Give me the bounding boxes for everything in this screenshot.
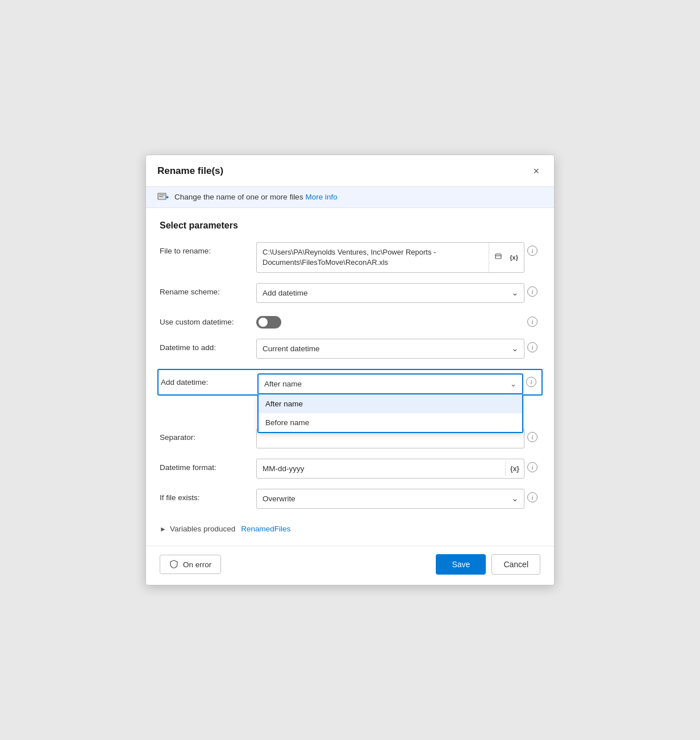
info-icon: i <box>527 317 538 327</box>
info-banner: Change the name of one or more files Mor… <box>146 187 554 208</box>
rename-scheme-select[interactable]: Add datetime <box>256 283 524 303</box>
rename-scheme-label: Rename scheme: <box>160 283 256 296</box>
dialog-title: Rename file(s) <box>157 165 223 177</box>
use-custom-datetime-info[interactable]: i <box>524 313 540 327</box>
datetime-format-row: Datetime format: {x} i <box>160 459 540 479</box>
datetime-format-control: {x} <box>256 459 524 479</box>
datetime-format-var-button[interactable]: {x} <box>505 462 524 476</box>
info-icon: i <box>527 492 538 502</box>
add-datetime-dropdown-list: After name Before name <box>257 394 523 433</box>
rename-icon <box>157 193 169 202</box>
info-icon: i <box>526 377 536 387</box>
more-info-link[interactable]: More info <box>305 193 337 201</box>
file-input-value: C:\Users\PA\Reynolds Ventures, Inc\Power… <box>257 243 489 272</box>
dropdown-item-after-name[interactable]: After name <box>259 394 522 413</box>
close-button[interactable]: × <box>530 164 543 178</box>
file-input-buttons: {x} <box>489 243 524 272</box>
datetime-to-add-info[interactable]: i <box>524 339 540 352</box>
use-custom-datetime-toggle[interactable] <box>256 316 281 329</box>
dropdown-item-before-name[interactable]: Before name <box>259 413 522 432</box>
rename-scheme-info[interactable]: i <box>524 283 540 297</box>
variables-toggle[interactable]: ► Variables produced <box>160 525 235 533</box>
datetime-format-input[interactable] <box>257 459 505 478</box>
rename-files-dialog: Rename file(s) × Change the name of one … <box>145 155 555 585</box>
dialog-body: Select parameters File to rename: C:\Use… <box>146 208 554 541</box>
cancel-button[interactable]: Cancel <box>491 554 540 575</box>
info-icon: i <box>527 246 538 256</box>
datetime-to-add-select[interactable]: Current datetime <box>256 339 524 359</box>
file-to-rename-info[interactable]: i <box>524 242 540 256</box>
on-error-label: On error <box>183 560 211 569</box>
datetime-to-add-select-wrapper: Current datetime <box>256 339 524 359</box>
add-datetime-selected[interactable]: After name ⌄ <box>259 375 522 393</box>
if-file-exists-select[interactable]: Overwrite <box>256 489 524 509</box>
variables-label: Variables produced <box>170 525 235 533</box>
rename-scheme-control: Add datetime <box>256 283 524 303</box>
datetime-format-input-wrapper: {x} <box>256 459 524 479</box>
shield-icon <box>169 560 178 569</box>
file-var-button[interactable]: {x} <box>507 252 520 263</box>
separator-info[interactable]: i <box>524 429 540 442</box>
add-datetime-dropdown-wrapper: After name ⌄ After name Before name <box>257 373 523 394</box>
toggle-wrapper <box>256 313 524 329</box>
add-datetime-row: Add datetime: After name ⌄ After name Be… <box>157 369 543 396</box>
if-file-exists-row: If file exists: Overwrite i <box>160 489 540 509</box>
add-datetime-value: After name <box>264 380 302 388</box>
chevron-right-icon: ► <box>160 525 166 533</box>
file-input-wrapper: C:\Users\PA\Reynolds Ventures, Inc\Power… <box>256 242 524 273</box>
separator-label: Separator: <box>160 429 256 442</box>
info-icon: i <box>527 286 538 297</box>
add-datetime-control: After name ⌄ After name Before name <box>257 373 523 394</box>
file-to-rename-row: File to rename: C:\Users\PA\Reynolds Ven… <box>160 242 540 273</box>
variable-tag[interactable]: RenamedFiles <box>241 525 290 533</box>
rename-scheme-select-wrapper: Add datetime <box>256 283 524 303</box>
datetime-to-add-control: Current datetime <box>256 339 524 359</box>
on-error-button[interactable]: On error <box>160 555 221 574</box>
info-icon: i <box>527 462 538 472</box>
datetime-to-add-row: Datetime to add: Current datetime i <box>160 339 540 359</box>
save-button[interactable]: Save <box>436 554 486 575</box>
datetime-to-add-label: Datetime to add: <box>160 339 256 352</box>
use-custom-datetime-row: Use custom datetime: i <box>160 313 540 329</box>
footer-right: Save Cancel <box>436 554 540 575</box>
svg-rect-2 <box>159 196 163 197</box>
if-file-exists-label: If file exists: <box>160 489 256 502</box>
datetime-format-info[interactable]: i <box>524 459 540 472</box>
variables-row: ► Variables produced RenamedFiles <box>160 519 540 535</box>
dialog-header: Rename file(s) × <box>146 155 554 187</box>
if-file-exists-control: Overwrite <box>256 489 524 509</box>
if-file-exists-info[interactable]: i <box>524 489 540 502</box>
toggle-knob <box>259 318 268 327</box>
section-title: Select parameters <box>160 221 540 231</box>
if-file-exists-select-wrapper: Overwrite <box>256 489 524 509</box>
file-browse-button[interactable] <box>493 251 505 264</box>
use-custom-datetime-label: Use custom datetime: <box>160 313 256 326</box>
svg-rect-1 <box>159 194 165 196</box>
svg-rect-3 <box>495 254 501 259</box>
info-icon: i <box>527 342 538 352</box>
file-to-rename-control: C:\Users\PA\Reynolds Ventures, Inc\Power… <box>256 242 524 273</box>
add-datetime-info[interactable]: i <box>523 373 539 387</box>
dialog-footer: On error Save Cancel <box>146 546 554 585</box>
rename-scheme-row: Rename scheme: Add datetime i <box>160 283 540 303</box>
datetime-format-label: Datetime format: <box>160 459 256 472</box>
use-custom-datetime-control <box>256 313 524 329</box>
chevron-down-icon: ⌄ <box>510 380 516 388</box>
info-icon: i <box>527 432 538 442</box>
file-to-rename-label: File to rename: <box>160 242 256 255</box>
banner-text: Change the name of one or more files Mor… <box>174 193 338 201</box>
add-datetime-label: Add datetime: <box>161 373 257 386</box>
